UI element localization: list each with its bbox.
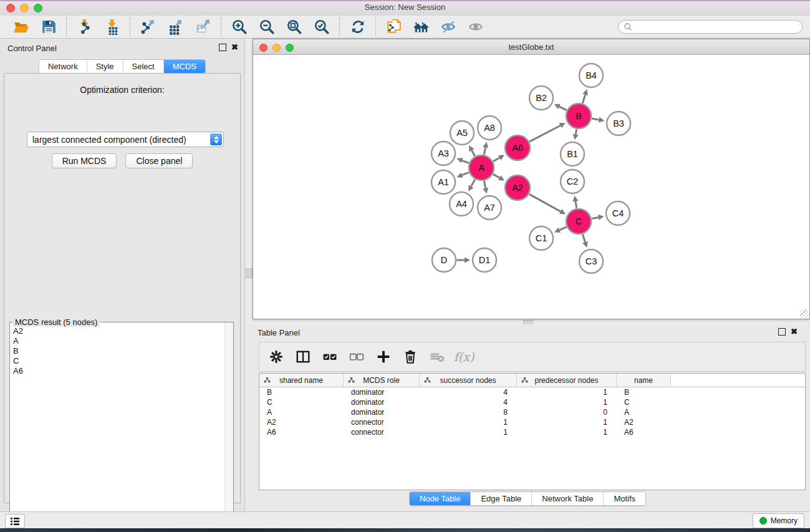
cell-successor-nodes[interactable]: 1	[420, 418, 517, 427]
zoom-fit-icon[interactable]	[286, 18, 303, 36]
export-network-icon[interactable]	[140, 18, 157, 36]
cell-predecessor-nodes[interactable]: 1	[517, 398, 617, 407]
close-panel-icon[interactable]: ✖	[231, 44, 238, 51]
graph-edge-A-A5[interactable]	[471, 150, 475, 156]
deselect-all-icon[interactable]	[349, 349, 365, 365]
optimization-criterion-select[interactable]: largest connected component (directed)	[27, 132, 224, 147]
node-table[interactable]: shared nameMCDS rolesuccessor nodesprede…	[259, 373, 806, 490]
tab-style[interactable]: Style	[87, 60, 123, 73]
refresh-icon[interactable]	[349, 18, 367, 36]
import-table-icon[interactable]	[104, 18, 121, 36]
tab-edge-table[interactable]: Edge Table	[471, 492, 532, 505]
close-panel-button[interactable]: Close panel	[125, 153, 193, 168]
cell-MCDS-role[interactable]: dominator	[344, 398, 420, 407]
column-layout-icon[interactable]	[295, 349, 311, 365]
cell-successor-nodes[interactable]: 4	[420, 388, 517, 397]
settings-icon[interactable]	[268, 349, 284, 365]
table-row[interactable]: A6connector11A6	[259, 427, 805, 437]
cell-MCDS-role[interactable]: connector	[344, 418, 420, 427]
hide-selected-icon[interactable]	[440, 18, 458, 36]
run-mcds-button[interactable]: Run MCDS	[52, 153, 117, 168]
vertical-split-handle[interactable]	[246, 268, 253, 278]
cell-shared-name[interactable]: A	[259, 408, 344, 417]
open-file-icon[interactable]	[12, 18, 30, 36]
graph-edge-C-C1[interactable]	[559, 227, 566, 230]
graph-edge-B-B1[interactable]	[576, 129, 576, 134]
tab-network-table[interactable]: Network Table	[532, 492, 604, 505]
new-network-from-selection-icon[interactable]	[385, 18, 403, 36]
tab-node-table[interactable]: Node Table	[410, 492, 471, 505]
tab-select[interactable]: Select	[123, 60, 164, 73]
graph-edge-A2-C[interactable]	[529, 194, 561, 211]
cell-name[interactable]: A	[617, 408, 671, 417]
cell-predecessor-nodes[interactable]: 1	[517, 428, 617, 437]
cell-predecessor-nodes[interactable]: 1	[517, 418, 617, 427]
graph-edge-A-A4[interactable]	[471, 180, 475, 186]
first-neighbors-icon[interactable]	[413, 18, 430, 36]
show-all-icon[interactable]	[468, 18, 485, 36]
graph-edge-A-A3[interactable]	[462, 160, 469, 163]
mcds-result-item[interactable]: B	[13, 346, 225, 356]
tab-network[interactable]: Network	[39, 60, 87, 73]
close-table-panel-icon[interactable]: ✖	[791, 329, 798, 335]
zoom-in-icon[interactable]	[231, 18, 248, 36]
graph-edge-A-A2[interactable]	[493, 174, 499, 178]
table-row[interactable]: Adominator80A	[259, 407, 805, 417]
mcds-result-list[interactable]: A2ABCA6	[10, 324, 225, 532]
cell-shared-name[interactable]: A6	[259, 428, 344, 437]
delete-column-icon[interactable]	[402, 349, 418, 365]
column-header-MCDS-role[interactable]: MCDS role	[344, 374, 420, 387]
export-image-icon[interactable]	[195, 18, 212, 36]
mcds-result-item[interactable]: C	[13, 356, 225, 366]
result-list-scrollbar[interactable]	[224, 322, 233, 532]
mcds-result-item[interactable]: A	[13, 336, 225, 346]
column-header-successor-nodes[interactable]: successor nodes	[420, 374, 517, 387]
column-header-name[interactable]: name	[617, 374, 671, 387]
graph-edge-A6-B[interactable]	[529, 125, 561, 142]
zoom-out-icon[interactable]	[258, 18, 276, 36]
cell-MCDS-role[interactable]: dominator	[344, 408, 420, 417]
export-table-icon[interactable]	[167, 18, 185, 36]
mcds-result-item[interactable]: A6	[13, 366, 225, 376]
cell-MCDS-role[interactable]: connector	[344, 428, 420, 437]
column-header-shared-name[interactable]: shared name	[259, 374, 344, 387]
graph-edge-B-B2[interactable]	[559, 107, 567, 110]
graph-edge-A-A7[interactable]	[484, 181, 485, 188]
memory-button[interactable]: Memory	[753, 513, 804, 528]
cell-MCDS-role[interactable]: dominator	[344, 388, 420, 397]
graph-edge-C-C3[interactable]	[582, 235, 585, 243]
zoom-selected-icon[interactable]	[313, 18, 330, 36]
graph-edge-B-B3[interactable]	[592, 118, 599, 120]
graph-edge-A-A8[interactable]	[484, 147, 485, 155]
cell-predecessor-nodes[interactable]: 0	[517, 408, 617, 417]
float-table-panel-icon[interactable]	[778, 328, 786, 336]
table-row[interactable]: A2connector11A2	[259, 417, 805, 427]
search-input[interactable]	[618, 20, 803, 34]
select-all-icon[interactable]	[322, 349, 338, 365]
cell-shared-name[interactable]: B	[259, 388, 344, 397]
cell-successor-nodes[interactable]: 4	[420, 398, 517, 407]
cell-shared-name[interactable]: A2	[259, 418, 344, 427]
float-panel-icon[interactable]	[219, 44, 226, 51]
cell-name[interactable]: B	[617, 388, 671, 397]
network-canvas[interactable]: B4B2BB3A5A8A6A3B1AA1C2A2A4A7CC4C1C3DD1	[253, 55, 809, 319]
show-panels-menu-button[interactable]	[5, 514, 25, 528]
cell-successor-nodes[interactable]: 8	[420, 408, 517, 417]
table-row[interactable]: Bdominator41B	[259, 387, 805, 397]
mcds-result-item[interactable]: A2	[13, 326, 225, 336]
import-network-icon[interactable]	[76, 18, 94, 36]
network-window-titlebar[interactable]: testGlobe.txt	[253, 39, 809, 55]
tab-motifs[interactable]: Motifs	[604, 492, 645, 505]
tab-mcds[interactable]: MCDS	[164, 60, 205, 73]
graph-edge-A-A6[interactable]	[493, 158, 499, 162]
add-column-icon[interactable]	[375, 349, 392, 365]
cell-name[interactable]: C	[617, 398, 671, 407]
graph-edge-C-C2[interactable]	[576, 201, 577, 208]
cell-name[interactable]: A2	[617, 418, 671, 427]
table-row[interactable]: Cdominator41C	[259, 397, 805, 407]
cell-successor-nodes[interactable]: 1	[420, 428, 517, 437]
cell-name[interactable]: A6	[617, 428, 671, 437]
column-header-predecessor-nodes[interactable]: predecessor nodes	[517, 374, 617, 387]
graph-edge-A-A1[interactable]	[462, 173, 469, 175]
graph-edge-C-C4[interactable]	[592, 217, 599, 218]
